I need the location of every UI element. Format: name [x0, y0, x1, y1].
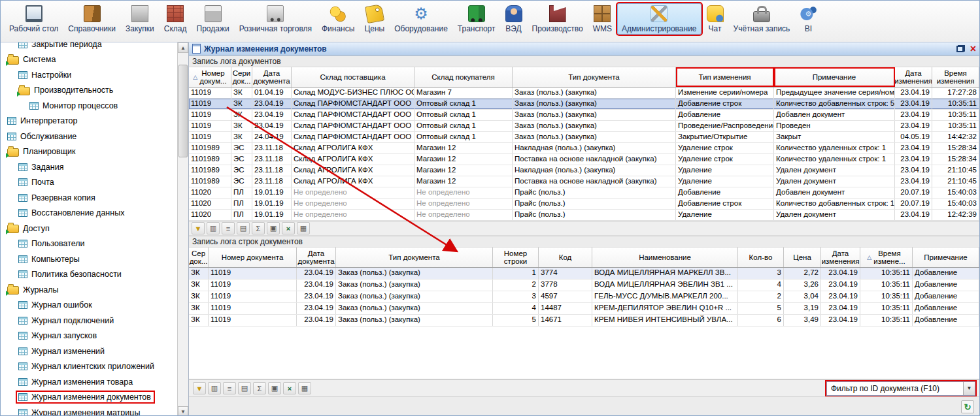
toolbar-item-warehouse[interactable]: Склад — [160, 3, 192, 35]
column-header[interactable]: Примечание — [774, 67, 895, 87]
summary-icon[interactable]: Σ — [253, 382, 266, 394]
table-row[interactable]: 11019ЗК01.04.19Склад МОДУС-БИЗНЕС ПЛЮС О… — [189, 88, 979, 99]
tree-item[interactable]: Закрытие периода — [1, 42, 177, 52]
filter-icon[interactable]: ▼ — [193, 382, 206, 394]
tree-item[interactable]: Журнал изменения документов — [1, 390, 177, 406]
table-row[interactable]: 11020ПЛ19.01.19Не определеноНе определен… — [189, 199, 979, 210]
toolbar-item-prices[interactable]: Цены — [360, 3, 389, 35]
column-header[interactable]: Сер док... — [189, 248, 209, 267]
table-row[interactable]: 1101989ЭС23.11.18Склад АГРОЛИГА КФХМагаз… — [189, 154, 979, 165]
grid-settings-icon[interactable]: ▦ — [297, 222, 310, 234]
tree-item[interactable]: Журнал запусков — [1, 328, 177, 344]
column-header[interactable]: Номер строки — [493, 248, 539, 267]
tree-item[interactable]: Журнал изменения товара — [1, 374, 177, 390]
toolbar-item-purchases[interactable]: Закупки — [121, 3, 159, 35]
column-header[interactable]: Тип изменения — [676, 67, 774, 87]
tree-item[interactable]: Интерпретатор — [1, 114, 177, 129]
toolbar-item-wms[interactable]: WMS — [588, 3, 617, 35]
column-header[interactable]: △Время измене... — [860, 248, 913, 267]
table-row[interactable]: 11020ПЛ19.01.19Не определеноНе определен… — [189, 187, 979, 199]
table-row[interactable]: 11019ЗК23.04.19Склад ПАРФЮМСТАНДАРТ ОООО… — [189, 121, 979, 132]
tree-item[interactable]: Обслуживание — [1, 129, 177, 144]
table-row[interactable]: 1101989ЭС23.11.18Склад АГРОЛИГА КФХМагаз… — [189, 143, 979, 154]
tree-item[interactable]: Журнал изменений — [1, 344, 177, 359]
tree-item[interactable]: Резервная копия — [1, 190, 177, 206]
tree-item[interactable]: Почта — [1, 175, 177, 191]
tree-item[interactable]: Система — [1, 52, 177, 68]
tree-item[interactable]: Задания — [1, 159, 177, 175]
table-row[interactable]: ЗК1101923.04.19Заказ (польз.) (закупка)2… — [189, 280, 979, 291]
column-header[interactable]: Дата изменения — [895, 67, 932, 87]
numbered-list-icon[interactable]: ≡ — [223, 382, 236, 394]
column-header[interactable]: Цена — [784, 248, 821, 267]
refresh-icon[interactable]: ↻ — [961, 400, 974, 413]
columns-icon[interactable]: ▥ — [208, 382, 221, 394]
restore-icon[interactable] — [956, 45, 965, 52]
document-id-filter-dropdown[interactable]: Фильтр по ID документа (F10) ▼ — [826, 381, 975, 396]
table-row[interactable]: 11019ЗК24.04.19Склад ПАРФЮМСТАНДАРТ ОООО… — [189, 132, 979, 143]
tree-item[interactable]: Монитор процессов — [1, 98, 177, 114]
column-header[interactable]: Дата документа — [252, 67, 292, 87]
tree-item[interactable]: Восстановление данных — [1, 206, 177, 221]
scrollbar-thumb[interactable] — [178, 65, 188, 157]
grid-settings-icon[interactable]: ▦ — [298, 382, 311, 394]
table-row[interactable]: ЗК1101923.04.19Заказ (польз.) (закупка)4… — [189, 303, 979, 315]
table-row[interactable]: ЗК1101923.04.19Заказ (польз.) (закупка)5… — [189, 315, 979, 327]
filter-icon[interactable]: ▼ — [192, 222, 205, 234]
column-header[interactable]: Сери док... — [231, 67, 252, 87]
column-header[interactable]: △Номер докум... — [189, 67, 231, 87]
toolbar-item-production[interactable]: Производство — [528, 3, 588, 35]
column-header[interactable]: Тип документа — [513, 67, 676, 87]
excel-icon[interactable]: × — [283, 382, 296, 394]
toolbar-item-desktop[interactable]: Рабочий стол — [5, 3, 63, 35]
column-header[interactable]: Дата документа — [297, 248, 336, 267]
tree-item[interactable]: Производительность — [1, 83, 177, 99]
toolbar-item-sales[interactable]: Продажи — [192, 3, 234, 35]
column-header[interactable]: Код — [539, 248, 592, 267]
column-header[interactable]: Тип документа — [336, 248, 493, 267]
scroll-up-button[interactable]: ▲ — [178, 42, 188, 53]
scrollbar-track[interactable] — [178, 53, 188, 406]
scroll-down-button[interactable]: ▼ — [178, 406, 188, 416]
tree-item[interactable]: Доступ — [1, 221, 177, 236]
column-header[interactable]: Примечание — [913, 248, 979, 267]
table-row[interactable]: 1101989ЭС23.11.18Склад АГРОЛИГА КФХМагаз… — [189, 165, 979, 176]
column-header[interactable]: Время изменения — [932, 67, 979, 87]
toolbar-item-account[interactable]: Учётная запись — [729, 3, 795, 35]
export-rows-icon[interactable]: ▤ — [238, 382, 251, 394]
toolbar-item-ved[interactable]: ВЭД — [501, 3, 527, 35]
column-header[interactable]: Дата изменения — [821, 248, 860, 267]
table-row[interactable]: ЗК1101923.04.19Заказ (польз.) (закупка)3… — [189, 291, 979, 303]
column-header[interactable]: Номер документа — [209, 248, 297, 267]
tree-item[interactable]: Журналы — [1, 282, 177, 298]
close-icon[interactable]: × — [970, 44, 976, 54]
tree-item[interactable]: Компьютеры — [1, 251, 177, 267]
export-rows-icon[interactable]: ▤ — [237, 222, 250, 234]
print-icon[interactable]: ▣ — [267, 222, 280, 234]
tree-item[interactable]: Журнал клиентских приложений — [1, 359, 177, 375]
tree-item[interactable]: Планировщик — [1, 144, 177, 160]
tree-item[interactable]: Настройки — [1, 67, 177, 83]
tree-item[interactable]: Политика безопасности — [1, 267, 177, 283]
column-header[interactable]: Склад покупателя — [414, 67, 513, 87]
table-row[interactable]: ЗК1101923.04.19Заказ (польз.) (закупка)1… — [189, 268, 979, 280]
columns-icon[interactable]: ▥ — [207, 222, 220, 234]
tree-item[interactable]: Журнал изменения матрицы — [1, 405, 177, 416]
excel-icon[interactable]: × — [282, 222, 295, 234]
toolbar-item-finance[interactable]: Финансы — [317, 3, 359, 35]
toolbar-item-transport[interactable]: Транспорт — [453, 3, 500, 35]
sidebar-scrollbar[interactable]: ▲ ▼ — [177, 42, 188, 416]
toolbar-item-admin[interactable]: Администрирование — [617, 3, 701, 35]
toolbar-item-equipment[interactable]: ⚙Оборудование — [390, 3, 452, 35]
toolbar-item-retail[interactable]: Розничная торговля — [235, 3, 316, 35]
column-header[interactable]: Наименование — [592, 248, 738, 267]
toolbar-item-chat[interactable]: Чат — [702, 3, 728, 35]
tree-item[interactable]: Журнал подключений — [1, 313, 177, 328]
numbered-list-icon[interactable]: ≡ — [222, 222, 235, 234]
tree-item[interactable]: Журнал ошибок — [1, 298, 177, 313]
table-row[interactable]: 11019ЗК23.04.19Склад ПАРФЮМСТАНДАРТ ОООО… — [189, 99, 979, 110]
print-icon[interactable]: ▣ — [268, 382, 281, 394]
toolbar-item-bi[interactable]: ⚙BI — [795, 3, 821, 35]
toolbar-item-directories[interactable]: Справочники — [63, 3, 120, 35]
table-row[interactable]: 11020ПЛ19.01.19Не определеноНе определен… — [189, 210, 979, 221]
